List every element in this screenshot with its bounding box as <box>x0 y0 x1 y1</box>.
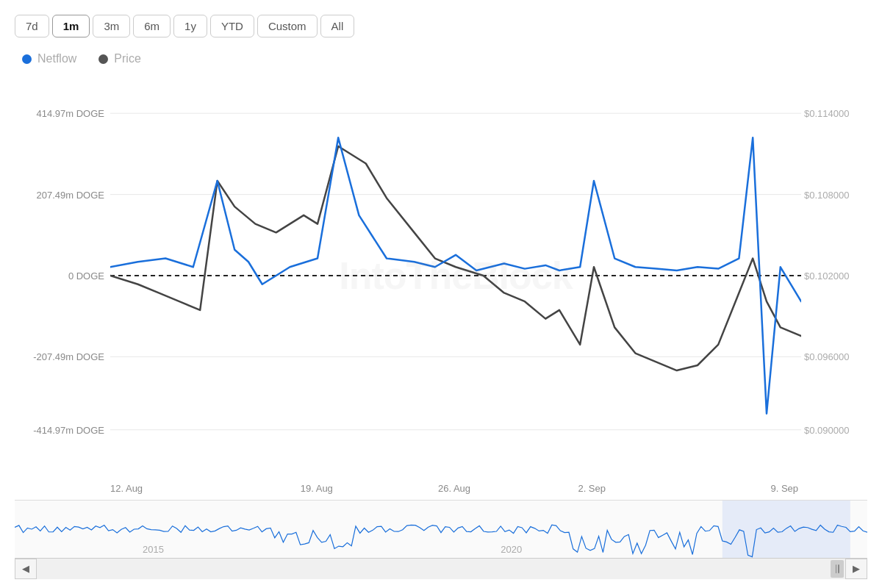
main-container: 7d1m3m6m1yYTDCustomAll Netflow Price 414… <box>0 0 882 588</box>
mini-nav-track <box>37 559 845 579</box>
time-btn-custom[interactable]: Custom <box>257 15 318 37</box>
netflow-dot <box>22 54 32 64</box>
time-range-selector: 7d1m3m6m1yYTDCustomAll <box>15 15 867 37</box>
time-btn-all[interactable]: All <box>320 15 355 37</box>
y-label-left: 207.49m DOGE <box>37 189 105 200</box>
x-axis: 12. Aug19. Aug26. Aug2. Sep9. Sep <box>15 478 867 497</box>
y-label-right: $0.102000 <box>804 270 849 282</box>
time-btn-ytd[interactable]: YTD <box>210 15 254 37</box>
y-label-left: -207.49m DOGE <box>33 351 104 362</box>
y-label-left: 414.97m DOGE <box>37 108 105 119</box>
y-label-right: $0.090000 <box>804 424 849 435</box>
svg-rect-7 <box>723 501 850 558</box>
price-dot <box>98 54 108 64</box>
x-label-3: 2. Sep <box>523 483 661 494</box>
legend-price: Price <box>98 52 140 65</box>
chart-svg-area: IntoTheBlock <box>110 73 801 478</box>
legend-price-label: Price <box>114 52 140 65</box>
mini-chart-wrapper: 20152020 ◀ ▶ <box>15 500 867 581</box>
mini-nav-handle[interactable] <box>831 560 844 578</box>
chart-legend: Netflow Price <box>15 52 867 65</box>
time-btn-1y[interactable]: 1y <box>173 15 207 37</box>
time-btn-7d[interactable]: 7d <box>15 15 49 37</box>
y-axis-left: 414.97m DOGE207.49m DOGE0 DOGE-207.49m D… <box>15 73 110 478</box>
y-label-right: $0.096000 <box>804 351 849 362</box>
mini-year-label: 2020 <box>501 544 522 555</box>
main-chart-svg <box>110 73 801 478</box>
mini-nav-left-btn[interactable]: ◀ <box>15 559 37 579</box>
legend-netflow: Netflow <box>22 52 76 65</box>
y-axis-right: $0.114000$0.108000$0.102000$0.096000$0.0… <box>801 73 867 478</box>
x-label-1: 19. Aug <box>248 483 385 494</box>
y-label-right: $0.108000 <box>804 189 849 200</box>
mini-year-label: 2015 <box>143 544 164 555</box>
handle-line-2 <box>838 564 839 573</box>
mini-chart: 20152020 <box>15 501 867 558</box>
y-label-left: -414.97m DOGE <box>33 424 104 435</box>
main-chart-wrapper: 414.97m DOGE207.49m DOGE0 DOGE-207.49m D… <box>15 73 867 478</box>
x-label-2: 26. Aug <box>385 483 523 494</box>
chart-area: 414.97m DOGE207.49m DOGE0 DOGE-207.49m D… <box>15 73 867 581</box>
x-label-0: 12. Aug <box>15 483 248 494</box>
time-btn-1m[interactable]: 1m <box>52 15 90 37</box>
y-label-left: 0 DOGE <box>68 270 104 282</box>
x-label-4: 9. Sep <box>661 483 867 494</box>
time-btn-6m[interactable]: 6m <box>133 15 171 37</box>
mini-nav-right-btn[interactable]: ▶ <box>845 559 867 579</box>
handle-line-1 <box>836 564 837 573</box>
mini-nav: ◀ ▶ <box>15 558 867 578</box>
y-label-right: $0.114000 <box>804 108 849 119</box>
legend-netflow-label: Netflow <box>37 52 76 65</box>
handle-lines-icon <box>836 564 839 573</box>
time-btn-3m[interactable]: 3m <box>93 15 130 37</box>
